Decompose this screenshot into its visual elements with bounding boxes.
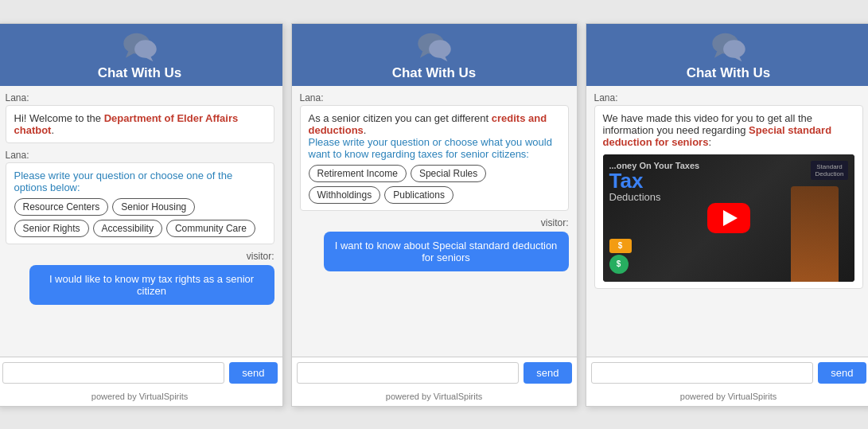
send-button-3[interactable]: send <box>818 362 866 384</box>
option-special-rules[interactable]: Special Rules <box>411 165 486 182</box>
svg-marker-7 <box>438 56 447 61</box>
option-withholdings[interactable]: Withholdings <box>309 186 381 204</box>
send-button-1[interactable]: send <box>229 362 277 384</box>
play-triangle <box>723 210 738 226</box>
money-icon-1: $ <box>609 239 632 253</box>
sender-lana-1-2: Lana: <box>6 150 274 161</box>
sender-lana-1-1: Lana: <box>6 92 274 103</box>
chat-body-1: Lana: Hi! Welcome to the Department of E… <box>0 86 282 357</box>
chat-input-row-1: send <box>0 357 282 388</box>
lana-bubble-3-1: We have made this video for you to get a… <box>594 105 863 289</box>
svg-marker-3 <box>143 56 153 61</box>
lana-bubble-1-1: Hi! Welcome to the Department of Elder A… <box>6 105 274 143</box>
chat-widget-2: Chat With Us Lana: As a senior citizen y… <box>291 23 578 407</box>
option-senior-housing[interactable]: Senior Housing <box>112 198 195 216</box>
play-button-wrap[interactable] <box>707 203 750 233</box>
chat-header-2: Chat With Us <box>292 24 577 86</box>
video-standard-box: StandardDeduction <box>811 161 847 180</box>
lana-message-1-1: Lana: Hi! Welcome to the Department of E… <box>6 92 274 143</box>
highlight-special: Special standard deduction for seniors <box>603 124 832 148</box>
chat-widgets-container: Chat With Us Lana: Hi! Welcome to the De… <box>0 15 868 415</box>
chat-input-1[interactable] <box>2 362 225 384</box>
chat-input-row-2: send <box>292 357 577 388</box>
chat-header-icon-1 <box>123 32 158 62</box>
lana-message-3-1: Lana: We have made this video for you to… <box>594 92 863 289</box>
highlight-text-1: Department of Elder Affairs chatbot <box>14 112 239 136</box>
svg-point-6 <box>429 40 451 57</box>
visitor-message-2-1: visitor: I want to know about Special st… <box>300 217 569 271</box>
chat-widget-1: Chat With Us Lana: Hi! Welcome to the De… <box>0 23 283 407</box>
play-button[interactable] <box>707 203 750 233</box>
option-retirement-income[interactable]: Retirement Income <box>309 165 407 182</box>
blue-text-2-1: Please write your question or choose wha… <box>309 136 552 160</box>
chat-header-icon-2 <box>417 32 452 62</box>
visitor-label-1-1: visitor: <box>6 251 274 262</box>
visitor-bubble-1-1: I would like to know my tax rights as a … <box>29 265 274 305</box>
powered-by-2: powered by VirtualSpirits <box>292 388 577 406</box>
powered-by-1: powered by VirtualSpirits <box>0 388 282 406</box>
lana-message-2-1: Lana: As a senior citizen you can get di… <box>300 92 569 211</box>
send-button-2[interactable]: send <box>524 362 571 384</box>
powered-by-3: powered by VirtualSpirits <box>586 388 869 406</box>
video-thumbnail[interactable]: ...oney On Your Taxes Tax Deductions $ $ <box>603 154 854 282</box>
chat-input-2[interactable] <box>297 362 520 384</box>
video-figure-bg <box>791 186 839 282</box>
svg-marker-11 <box>732 56 741 61</box>
visitor-bubble-2-1: I want to know about Special standard de… <box>324 232 569 271</box>
option-community-care[interactable]: Community Care <box>166 220 255 237</box>
chat-header-1: Chat With Us <box>0 24 282 86</box>
sender-lana-2-1: Lana: <box>300 92 569 103</box>
option-publications[interactable]: Publications <box>384 186 453 204</box>
video-figure <box>791 186 839 282</box>
option-resource-centers[interactable]: Resource Centers <box>14 198 109 216</box>
chat-body-2: Lana: As a senior citizen you can get di… <box>292 86 577 357</box>
lana-bubble-2-1: As a senior citizen you can get differen… <box>300 105 569 211</box>
video-icons: $ $ <box>609 239 632 274</box>
option-accessibility[interactable]: Accessibility <box>93 220 162 237</box>
chat-input-3[interactable] <box>591 362 814 384</box>
chat-widget-3: Chat With Us Lana: We have made this vid… <box>586 23 869 407</box>
lana-text-1-2: Please write your question or choose one… <box>14 170 233 193</box>
lana-bubble-1-2: Please write your question or choose one… <box>6 162 274 244</box>
chat-body-3: Lana: We have made this video for you to… <box>586 86 869 357</box>
highlight-credits: credits and deductions <box>309 112 547 136</box>
visitor-label-2-1: visitor: <box>300 217 569 228</box>
chat-header-3: Chat With Us <box>586 24 869 86</box>
money-icon-2: $ <box>609 255 629 274</box>
options-2: Retirement Income Special Rules Withhold… <box>309 165 560 204</box>
visitor-message-1-1: visitor: I would like to know my tax rig… <box>6 251 274 305</box>
chat-title-2: Chat With Us <box>392 65 477 81</box>
chat-input-row-3: send <box>586 357 869 388</box>
sender-lana-3-1: Lana: <box>594 92 863 103</box>
chat-title-1: Chat With Us <box>98 65 182 81</box>
lana-message-1-2: Lana: Please write your question or choo… <box>6 150 274 244</box>
svg-point-10 <box>723 40 745 57</box>
options-1: Resource Centers Senior Housing Senior R… <box>14 198 266 237</box>
chat-title-3: Chat With Us <box>687 65 771 81</box>
chat-header-icon-3 <box>711 32 746 62</box>
option-senior-rights[interactable]: Senior Rights <box>14 220 89 237</box>
svg-point-2 <box>134 40 157 57</box>
